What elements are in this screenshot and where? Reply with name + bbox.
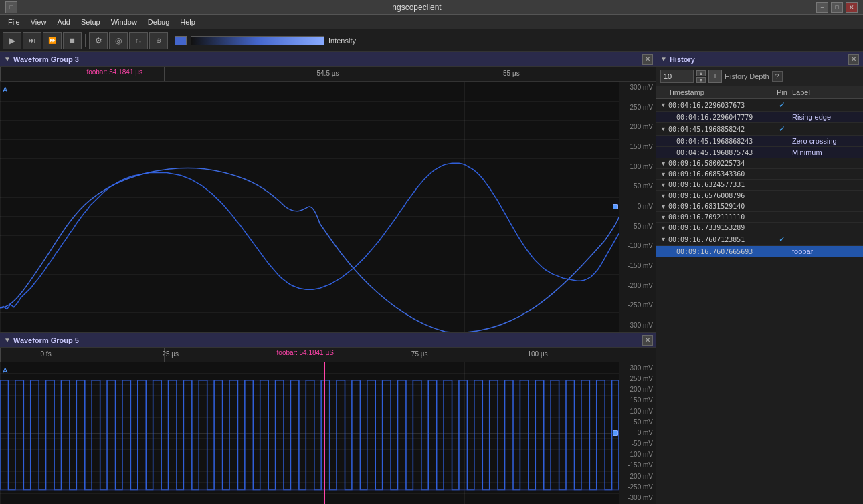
row-5-expand: ▼ <box>660 160 668 167</box>
wg3-plot-area[interactable]: A <box>0 82 656 332</box>
menu-bar: File View Add Setup Window Debug Help <box>0 15 863 29</box>
history-row-11[interactable]: ▼ 00:09:16.7339153289 <box>656 223 863 233</box>
history-row-13[interactable]: 00:09:16.7607665693 foobar <box>656 246 863 257</box>
history-depth-input[interactable] <box>660 70 694 83</box>
measure-button[interactable]: ↑↓ <box>129 32 148 49</box>
history-row-12[interactable]: ▼ 00:09:16.7607123851 ✓ <box>656 233 863 246</box>
wg3-title: Waveform Group 3 <box>13 55 79 64</box>
history-row-0[interactable]: ▼ 00:04:16.2296037673 ✓ <box>656 99 863 112</box>
step-button[interactable]: ⏩ <box>43 32 62 49</box>
row-1-ts: 00:04:16.2296047779 <box>676 114 772 121</box>
wg3-v-0: 0 mV <box>619 203 656 210</box>
menu-add[interactable]: Add <box>52 17 76 27</box>
wg5-v-n200: -200 mV <box>619 473 656 480</box>
wg3-expand-icon[interactable]: ▼ <box>4 55 11 63</box>
history-depth-add-button[interactable]: + <box>708 70 722 83</box>
main-area: ▼ Waveform Group 3 ✕ foobar: 54.1841 µs … <box>0 52 863 504</box>
intensity-slider[interactable] <box>191 36 324 45</box>
wg5-v-300: 300 mV <box>619 365 656 372</box>
menu-help[interactable]: Help <box>175 17 201 27</box>
row-13-label: foobar <box>792 247 859 255</box>
wg5-voltage-axis: 300 mV 250 mV 200 mV 150 mV 100 mV 50 mV… <box>619 362 656 504</box>
cursor-button[interactable]: ⊕ <box>149 32 168 49</box>
toolbar-sep1 <box>85 34 86 47</box>
wg5-time-25us: 25 µs <box>162 350 179 358</box>
history-row-1[interactable]: 00:04:16.2296047779 Rising edge <box>656 112 863 123</box>
wg5-digital-wave <box>0 362 619 504</box>
wg3-close-button[interactable]: ✕ <box>642 54 653 65</box>
row-4-label: Minimum <box>792 148 859 156</box>
wg3-v-150: 150 mV <box>619 144 656 150</box>
row-0-pin: ✓ <box>772 100 792 110</box>
menu-debug[interactable]: Debug <box>142 17 175 27</box>
history-help-button[interactable]: ? <box>772 71 783 82</box>
wg3-time-ruler: foobar: 54.1841 µs 54.5 µs 55 µs <box>0 67 656 82</box>
wg5-v-n100: -100 mV <box>619 451 656 458</box>
history-close-button[interactable]: ✕ <box>848 54 859 65</box>
wg5-time-100us: 100 µs <box>527 350 547 358</box>
wg5-v-100: 100 mV <box>619 408 656 415</box>
settings-button[interactable]: ⚙ <box>89 32 108 49</box>
history-row-8[interactable]: ▼ 00:09:16.6576008796 <box>656 191 863 201</box>
history-row-2[interactable]: ▼ 00:04:45.1968858242 ✓ <box>656 123 863 136</box>
close-button[interactable]: ✕ <box>846 2 858 13</box>
history-column-header: Timestamp Pin Label <box>656 86 863 99</box>
wg3-header: ▼ Waveform Group 3 ✕ <box>0 52 656 67</box>
wg5-time-ruler: 0 fs 25 µs foobar: 54.1841 µS 75 µs 100 … <box>0 348 656 362</box>
intensity-color <box>175 36 187 45</box>
wg3-v-n150: -150 mV <box>619 263 656 269</box>
run-button[interactable]: ▶ <box>3 32 21 49</box>
history-row-5[interactable]: ▼ 00:09:16.5800225734 <box>656 158 863 169</box>
row-11-ts: 00:09:16.7339153289 <box>668 224 772 231</box>
row-12-pin: ✓ <box>772 235 792 244</box>
row-5-ts: 00:09:16.5800225734 <box>668 160 772 167</box>
col-pin-header: Pin <box>772 88 792 96</box>
wg5-cursor-line <box>324 362 325 504</box>
wg5-v-n250: -250 mV <box>619 484 656 491</box>
menu-view[interactable]: View <box>25 17 52 27</box>
menu-window[interactable]: Window <box>106 17 142 27</box>
row-1-label: Rising edge <box>792 113 859 121</box>
row-6-ts: 00:09:16.6085343360 <box>668 170 772 178</box>
wg3-time-marker-1: 54.5 µs <box>316 70 339 77</box>
minimize-button[interactable]: − <box>816 2 828 13</box>
depth-up-button[interactable]: ▲ <box>696 70 706 76</box>
row-0-expand: ▼ <box>660 102 668 108</box>
window-title: ngscopeclient <box>17 3 816 12</box>
row-2-pin: ✓ <box>772 124 792 134</box>
wg5-plot-area[interactable]: A <box>0 362 656 504</box>
maximize-button[interactable]: □ <box>831 2 843 13</box>
row-3-ts: 00:04:45.1968868243 <box>676 138 772 145</box>
wg3-v-200: 200 mV <box>619 124 656 130</box>
depth-down-button[interactable]: ▼ <box>696 77 706 83</box>
stop-button[interactable]: ⏹ <box>63 32 82 49</box>
wg5-close-button[interactable]: ✕ <box>642 335 653 346</box>
wg5-v-n300: -300 mV <box>619 495 656 501</box>
menu-file[interactable]: File <box>3 17 25 27</box>
wg5-v-n150: -150 mV <box>619 462 656 469</box>
col-label-header: Label <box>792 88 859 96</box>
history-row-4[interactable]: 00:04:45.1968875743 Minimum <box>656 147 863 158</box>
history-row-9[interactable]: ▼ 00:09:16.6831529140 <box>656 201 863 212</box>
wg3-voltage-axis: 300 mV 250 mV 200 mV 150 mV 100 mV 50 mV… <box>619 82 656 332</box>
wg5-v-150: 150 mV <box>619 397 656 404</box>
probe-button[interactable]: ◎ <box>109 32 128 49</box>
row-4-ts: 00:04:45.1968875743 <box>676 149 772 156</box>
history-depth-label: History Depth <box>725 72 769 80</box>
wg5-v-200: 200 mV <box>619 386 656 393</box>
history-row-6[interactable]: ▼ 00:09:16.6085343360 <box>656 169 863 180</box>
row-2-expand: ▼ <box>660 126 668 132</box>
history-row-10[interactable]: ▼ 00:09:16.7092111110 <box>656 212 863 223</box>
wg5-v-50: 50 mV <box>619 419 656 426</box>
single-button[interactable]: ⏭ <box>23 32 41 49</box>
history-row-3[interactable]: 00:04:45.1968868243 Zero crossing <box>656 136 863 147</box>
wg5-expand-icon[interactable]: ▼ <box>4 336 11 344</box>
wg5-v-0: 0 mV <box>619 430 656 436</box>
wg3-v-50: 50 mV <box>619 183 656 190</box>
history-row-7[interactable]: ▼ 00:09:16.6324577331 <box>656 180 863 191</box>
row-7-ts: 00:09:16.6324577331 <box>668 181 772 188</box>
col-timestamp-header: Timestamp <box>668 88 772 96</box>
history-expand-icon[interactable]: ▼ <box>660 55 667 63</box>
menu-setup[interactable]: Setup <box>76 17 106 27</box>
row-2-ts: 00:04:45.1968858242 <box>668 126 772 133</box>
